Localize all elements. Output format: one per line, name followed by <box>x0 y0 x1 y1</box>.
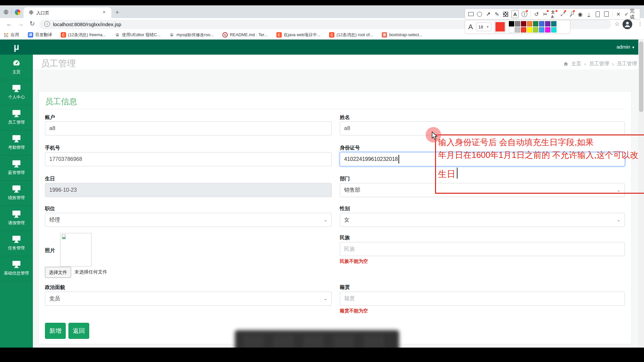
back-button[interactable]: ← <box>6 21 12 27</box>
scrollbar-thumb[interactable] <box>639 42 643 112</box>
reload-button[interactable]: ↻ <box>30 20 35 27</box>
arrow-tool-icon[interactable]: ↗ <box>485 11 491 17</box>
mosaic-tool-icon[interactable] <box>503 11 508 17</box>
palette-color[interactable] <box>533 27 538 33</box>
monitor-icon <box>12 235 21 243</box>
back-button-form[interactable]: 返回 <box>68 323 89 339</box>
sidebar-item-employee[interactable]: 员工管理 <box>0 105 33 130</box>
chrome-menu-icon[interactable]: ⋮ <box>638 21 643 27</box>
app-logo[interactable]: μ <box>0 40 33 55</box>
bookmark-item-csdn1[interactable]: C (12条消息) freema... <box>61 32 106 38</box>
rectangle-tool-icon[interactable] <box>468 11 474 17</box>
bookmark-star-icon[interactable]: ☆ <box>614 20 620 27</box>
sidebar-item-attendance[interactable]: 考勤管理 <box>0 130 33 156</box>
palette-color[interactable] <box>515 27 520 33</box>
palette-color[interactable] <box>545 21 550 26</box>
name-input[interactable] <box>340 121 625 135</box>
sidebar-item-performance[interactable]: 绩效管理 <box>0 180 33 206</box>
download-icon[interactable]: ↓ <box>586 11 592 17</box>
close-annotation-icon[interactable]: × <box>615 11 621 17</box>
sidebar-item-home[interactable]: 主页 <box>0 55 33 80</box>
palette-color[interactable] <box>521 21 526 26</box>
avatar[interactable] <box>623 19 632 29</box>
native-place-input[interactable] <box>340 292 625 306</box>
add-button[interactable]: 新增 <box>45 323 66 339</box>
font-size-select[interactable]: 18▼ <box>476 22 491 31</box>
palette-color[interactable] <box>539 27 544 33</box>
palette-color[interactable] <box>539 21 544 26</box>
political-select[interactable]: 党员 ⌄ <box>45 292 332 306</box>
gender-select[interactable]: 女 ⌄ <box>340 213 625 227</box>
palette-color[interactable] <box>509 27 514 33</box>
tab-divider <box>11 9 12 15</box>
bookmark-item-apps[interactable]: 应用 <box>3 32 19 38</box>
done-label: 完成 <box>630 8 637 20</box>
chevron-down-icon: ⌄ <box>324 218 327 222</box>
breadcrumb-level1[interactable]: 员工管理 <box>589 61 609 67</box>
monitor-icon <box>12 260 21 268</box>
bookmark-item-bootstrap[interactable]: 简 bootstrap-select... <box>382 32 422 38</box>
monitor-icon <box>12 185 21 193</box>
expand-selection-icon[interactable]: ⤢ <box>560 11 566 17</box>
palette-color[interactable] <box>551 21 556 26</box>
bookmark-item-mysql[interactable]: mysql如何修改roo... <box>169 32 214 38</box>
site-info-icon[interactable]: i <box>44 21 50 27</box>
app-topbar <box>33 40 644 55</box>
bookmark-tool-icon[interactable] <box>603 11 609 17</box>
broken-image-icon <box>61 234 67 240</box>
palette-color[interactable] <box>515 21 520 26</box>
monitor-icon <box>12 210 21 218</box>
pen-tool-icon[interactable]: ✎ <box>494 11 500 17</box>
breadcrumb-home[interactable]: 主页 <box>571 61 581 67</box>
scissors-icon[interactable]: ✂ <box>542 11 548 17</box>
new-tab-button[interactable]: + <box>115 9 119 16</box>
done-check-icon[interactable]: ✓完成 <box>624 11 637 17</box>
palette-color[interactable] <box>509 21 514 26</box>
ellipse-tool-icon[interactable] <box>477 11 482 17</box>
step-number-tool-icon[interactable]: 1 <box>522 11 527 17</box>
birthday-input[interactable] <box>45 183 332 197</box>
page-title: 员工管理 <box>41 58 76 69</box>
user-menu[interactable]: admin ▼ <box>616 44 635 50</box>
pin-icon[interactable] <box>569 11 574 17</box>
selected-color-swatch[interactable] <box>494 21 506 33</box>
bookmark-item-ueditor[interactable]: 使用UEditor 报错C... <box>115 32 161 38</box>
palette-color[interactable] <box>551 27 556 33</box>
sidebar-item-salary[interactable]: 薪资管理 <box>0 155 33 181</box>
font-icon: A <box>468 23 473 31</box>
url-text[interactable]: localhost:8080/rsglxx/index.jsp <box>53 21 121 27</box>
translate-ocr-icon[interactable]: 文A <box>551 11 557 17</box>
undo-icon[interactable]: ↺ <box>534 11 539 17</box>
bookmark-item-readme[interactable]: G README.md · Ter... <box>222 32 267 38</box>
bookmark-item-translate[interactable]: 译 百度翻译 <box>28 32 52 38</box>
forward-button[interactable]: → <box>17 21 24 27</box>
tab-title: 入口页 <box>36 10 49 16</box>
position-select[interactable]: 经理 ⌄ <box>45 213 332 227</box>
file-choose-button[interactable]: 选择文件 <box>45 267 71 278</box>
palette-color[interactable] <box>527 21 532 26</box>
paw-icon <box>115 32 120 38</box>
phone-share-icon[interactable] <box>595 11 600 17</box>
sidebar-item-leave[interactable]: 请假管理 <box>0 205 33 231</box>
colorful-app-icon[interactable] <box>15 9 20 15</box>
sidebar-item-task[interactable]: 任务管理 <box>0 231 33 256</box>
birthday-label: 生日 <box>45 176 55 182</box>
palette-color[interactable] <box>533 21 538 26</box>
annotation-toolbar: ↗ ✎ A 1 ↺ ✂ 文A ⤢ ◉ ↓ × ✓完成 <box>465 9 640 19</box>
ethnicity-label: 民族 <box>340 235 350 241</box>
ethnicity-input[interactable] <box>340 242 625 256</box>
text-tool-icon[interactable]: A <box>512 10 519 18</box>
sidebar-item-basicinfo[interactable]: 基础信息管理 <box>0 256 33 281</box>
palette-color[interactable] <box>521 27 526 33</box>
record-icon[interactable]: ◉ <box>577 11 583 17</box>
account-input[interactable] <box>45 121 332 135</box>
palette-color[interactable] <box>545 27 550 33</box>
tab-close-icon[interactable]: × <box>103 9 106 15</box>
browser-globe-icon[interactable] <box>3 9 9 16</box>
palette-color[interactable] <box>527 27 532 33</box>
sidebar-item-personal[interactable]: 个人中心 <box>0 80 33 105</box>
phone-input[interactable] <box>45 152 332 166</box>
letterbox-top <box>0 0 644 5</box>
bookmark-item-root[interactable]: C (12条消息) root of... <box>329 32 373 38</box>
bookmark-item-javaweb[interactable]: C 在java web项目中... <box>276 32 321 38</box>
